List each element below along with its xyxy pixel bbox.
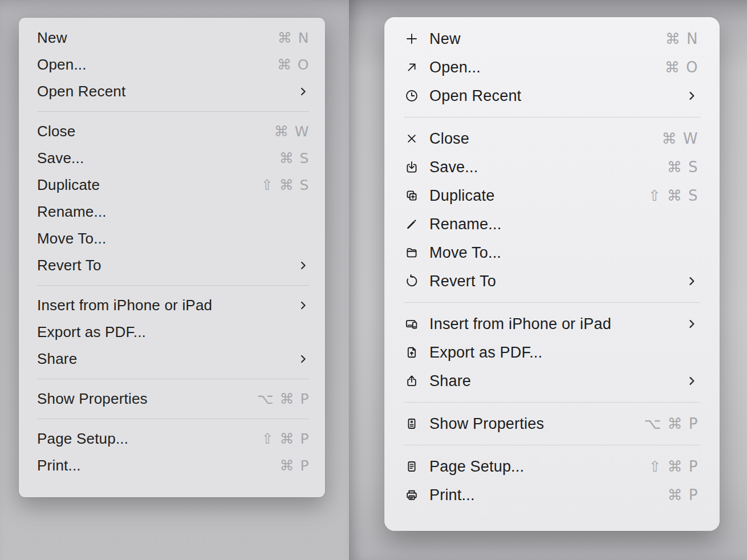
menu-item-label: Close: [429, 130, 469, 148]
menu-item-shortcut: ⌥ ⌘ P: [257, 391, 309, 407]
clock-icon: [404, 88, 419, 104]
menu-separator: [404, 302, 700, 303]
menu-item-label: Insert from iPhone or iPad: [37, 297, 212, 314]
menu-item-label: Open Recent: [429, 87, 521, 105]
menu-item-shortcut: ⌘ O: [277, 56, 309, 73]
menu-item-label: Move To...: [429, 244, 501, 262]
menu-separator: [37, 111, 309, 112]
menu-item-label: Show Properties: [37, 390, 148, 408]
menu-item-label: Page Setup...: [429, 458, 524, 476]
save-tray-arrow-down-icon: [404, 160, 419, 175]
square-arrow-up-icon: [404, 374, 419, 389]
tablet-and-phone-icon: [404, 316, 419, 332]
menu-item-revert-to[interactable]: Revert To: [384, 267, 720, 295]
submenu-chevron-icon: [297, 259, 309, 271]
menu-item-move-to[interactable]: Move To...: [384, 238, 720, 267]
menu-item-share[interactable]: Share: [384, 367, 720, 395]
x-mark-icon: [404, 131, 419, 147]
menu-item-shortcut: ⌘ S: [279, 150, 309, 167]
menu-item-shortcut: ⇧ ⌘ S: [648, 187, 698, 204]
menu-item-insert-from-iphone-or-ipad[interactable]: Insert from iPhone or iPad: [19, 292, 325, 319]
menu-item-move-to[interactable]: Move To...: [19, 225, 325, 252]
menu-item-close[interactable]: Close ⌘ W: [19, 118, 325, 145]
menu-item-label: Duplicate: [37, 176, 100, 194]
menu-item-label: Share: [429, 372, 471, 390]
menu-item-show-properties[interactable]: Show Properties ⌥ ⌘ P: [19, 385, 325, 412]
menu-item-label: Duplicate: [429, 187, 494, 205]
printer-icon: [404, 488, 419, 503]
menu-item-new[interactable]: New ⌘ N: [384, 25, 720, 53]
menu-item-shortcut: ⌘ O: [665, 59, 698, 76]
plus-icon: [404, 31, 419, 47]
folder-icon: [404, 245, 419, 261]
arrow-up-right-icon: [404, 60, 419, 75]
menu-item-insert-from-iphone-or-ipad[interactable]: Insert from iPhone or iPad: [384, 310, 720, 338]
menu-item-rename[interactable]: Rename...: [19, 198, 325, 225]
menu-item-label: Revert To: [37, 257, 102, 274]
menu-item-label: Open...: [429, 59, 481, 76]
menu-item-label: Rename...: [429, 216, 501, 233]
menu-separator: [37, 379, 309, 379]
menu-item-label: Print...: [429, 486, 475, 504]
menu-item-shortcut: ⌘ S: [667, 159, 698, 176]
file-menu-with-icons: New ⌘ N Open... ⌘ O Open Recent Close ⌘ …: [384, 17, 720, 531]
menu-item-shortcut: ⌘ N: [665, 30, 698, 47]
arrow-counterclockwise-icon: [404, 274, 419, 289]
menu-item-rename[interactable]: Rename...: [384, 210, 720, 238]
submenu-chevron-icon: [297, 299, 309, 311]
menu-item-label: Export as PDF...: [429, 344, 542, 362]
menu-item-label: Page Setup...: [37, 430, 128, 448]
menu-separator: [404, 402, 700, 403]
menu-item-page-setup[interactable]: Page Setup... ⇧ ⌘ P: [384, 452, 720, 481]
person-card-icon: [404, 416, 419, 432]
menu-item-label: Revert To: [429, 273, 496, 290]
menu-item-save[interactable]: Save... ⌘ S: [19, 145, 325, 172]
menu-item-open[interactable]: Open... ⌘ O: [19, 51, 325, 78]
menu-item-print[interactable]: Print... ⌘ P: [19, 452, 325, 479]
menu-item-show-properties[interactable]: Show Properties ⌥ ⌘ P: [384, 409, 720, 438]
menu-item-label: Open...: [37, 56, 87, 74]
doc-arrow-up-icon: [404, 345, 419, 360]
menu-item-label: New: [429, 30, 461, 48]
menu-item-label: Share: [37, 350, 77, 368]
menu-item-revert-to[interactable]: Revert To: [19, 252, 325, 279]
menu-item-label: Move To...: [37, 230, 106, 247]
submenu-chevron-icon: [685, 90, 698, 102]
menu-item-label: Export as PDF...: [37, 323, 146, 341]
menu-item-label: New: [37, 29, 67, 47]
file-menu-plain: New ⌘ N Open... ⌘ O Open Recent Close ⌘ …: [19, 18, 325, 497]
menu-item-export-as-pdf[interactable]: Export as PDF...: [384, 338, 720, 367]
menu-separator: [37, 285, 309, 286]
submenu-chevron-icon: [297, 353, 309, 365]
menu-item-label: Print...: [37, 457, 81, 474]
submenu-chevron-icon: [297, 86, 309, 98]
menu-item-shortcut: ⇧ ⌘ P: [262, 431, 309, 447]
menu-item-new[interactable]: New ⌘ N: [19, 25, 325, 51]
menu-item-open[interactable]: Open... ⌘ O: [384, 53, 720, 82]
menu-item-duplicate[interactable]: Duplicate ⇧ ⌘ S: [19, 172, 325, 198]
menu-item-duplicate[interactable]: Duplicate ⇧ ⌘ S: [384, 181, 720, 210]
submenu-chevron-icon: [685, 375, 698, 387]
menu-item-export-as-pdf[interactable]: Export as PDF...: [19, 319, 325, 346]
menu-item-shortcut: ⌘ W: [662, 130, 698, 147]
plus-square-on-square-icon: [404, 188, 419, 204]
doc-text-icon: [404, 459, 419, 474]
menu-item-open-recent[interactable]: Open Recent: [384, 82, 720, 110]
menu-item-close[interactable]: Close ⌘ W: [384, 124, 720, 153]
menu-item-shortcut: ⌥ ⌘ P: [644, 415, 698, 432]
menu-item-print[interactable]: Print... ⌘ P: [384, 481, 720, 509]
menu-item-open-recent[interactable]: Open Recent: [19, 78, 325, 105]
menu-separator: [404, 445, 700, 445]
menu-item-page-setup[interactable]: Page Setup... ⇧ ⌘ P: [19, 425, 325, 452]
menu-item-label: Rename...: [37, 203, 107, 221]
menu-item-share[interactable]: Share: [19, 346, 325, 372]
menu-item-shortcut: ⌘ P: [279, 457, 309, 474]
menu-item-label: Save...: [37, 149, 84, 167]
screenshot-canvas: New ⌘ N Open... ⌘ O Open Recent Close ⌘ …: [0, 0, 747, 560]
menu-item-label: Show Properties: [429, 415, 544, 433]
pencil-icon: [404, 217, 419, 232]
menu-item-save[interactable]: Save... ⌘ S: [384, 153, 720, 181]
menu-separator: [404, 117, 700, 117]
menu-item-shortcut: ⌘ N: [278, 30, 309, 46]
menu-item-label: Save...: [429, 159, 478, 176]
